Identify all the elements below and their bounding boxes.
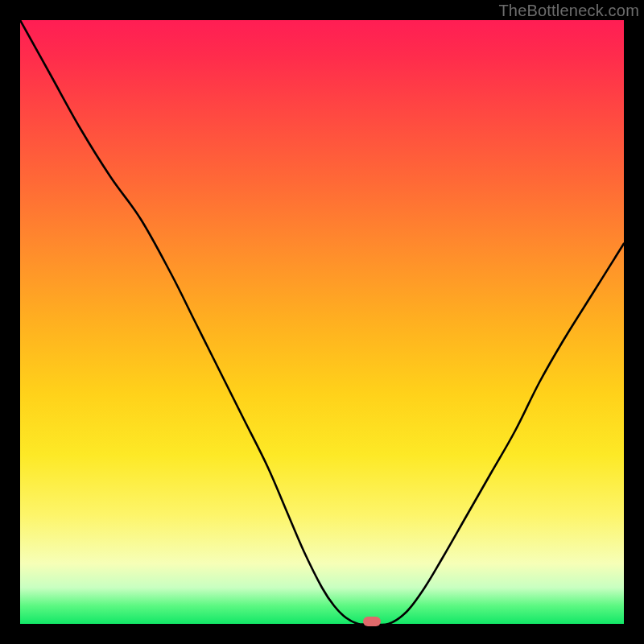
plot-area [20,20,624,624]
optimum-marker [363,617,381,626]
watermark-text: TheBottleneck.com [498,2,639,20]
curve-path [20,20,624,624]
bottleneck-curve [20,20,624,624]
chart-frame: TheBottleneck.com [0,0,644,644]
